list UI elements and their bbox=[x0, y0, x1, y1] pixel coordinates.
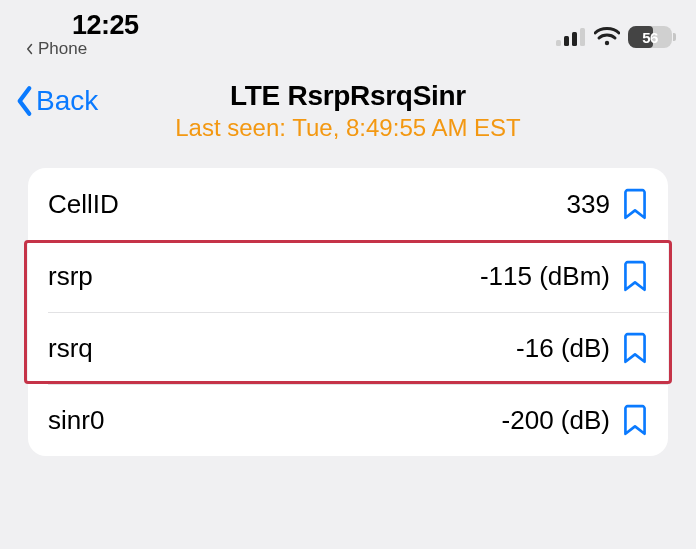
bookmark-button[interactable] bbox=[622, 331, 648, 365]
metric-value: -200 (dB) bbox=[502, 405, 622, 436]
bookmark-button[interactable] bbox=[622, 187, 648, 221]
svg-rect-1 bbox=[564, 36, 569, 46]
table-row: sinr0 -200 (dB) bbox=[28, 384, 668, 456]
svg-rect-2 bbox=[572, 32, 577, 46]
page-title: LTE RsrpRsrqSinr bbox=[0, 80, 696, 112]
cellular-signal-icon bbox=[556, 28, 586, 46]
breadcrumb-back-app-label: Phone bbox=[38, 39, 87, 59]
table-row: rsrp -115 (dBm) bbox=[28, 240, 668, 312]
metric-label: sinr0 bbox=[48, 405, 104, 436]
bookmark-icon bbox=[622, 331, 648, 365]
metric-value: -16 (dB) bbox=[516, 333, 622, 364]
metric-value: 339 bbox=[567, 189, 622, 220]
bookmark-icon bbox=[622, 259, 648, 293]
back-button-label: Back bbox=[36, 85, 98, 117]
status-clock: 12:25 bbox=[24, 10, 139, 41]
bookmark-button[interactable] bbox=[622, 403, 648, 437]
metrics-table: CellID 339 rsrp -115 (dBm) rsrq -16 (dB)… bbox=[28, 168, 668, 456]
back-button[interactable]: Back bbox=[8, 80, 104, 122]
caret-left-icon bbox=[24, 43, 36, 55]
svg-rect-3 bbox=[580, 28, 585, 46]
chevron-left-icon bbox=[14, 84, 36, 118]
battery-indicator: 56 bbox=[628, 26, 672, 48]
breadcrumb-back-app[interactable]: Phone bbox=[24, 39, 139, 59]
svg-point-4 bbox=[605, 41, 609, 45]
metric-label: CellID bbox=[48, 189, 119, 220]
table-row: rsrq -16 (dB) bbox=[28, 312, 668, 384]
bookmark-icon bbox=[622, 403, 648, 437]
metric-value: -115 (dBm) bbox=[480, 261, 622, 292]
bookmark-icon bbox=[622, 187, 648, 221]
table-row: CellID 339 bbox=[28, 168, 668, 240]
nav-header: Back LTE RsrpRsrqSinr Last seen: Tue, 8:… bbox=[0, 58, 696, 128]
page-subtitle: Last seen: Tue, 8:49:55 AM EST bbox=[0, 114, 696, 142]
wifi-icon bbox=[594, 27, 620, 47]
svg-rect-0 bbox=[556, 40, 561, 46]
metric-label: rsrp bbox=[48, 261, 93, 292]
status-bar: 12:25 Phone 56 bbox=[0, 0, 696, 58]
battery-percent: 56 bbox=[642, 29, 658, 46]
bookmark-button[interactable] bbox=[622, 259, 648, 293]
metric-label: rsrq bbox=[48, 333, 93, 364]
